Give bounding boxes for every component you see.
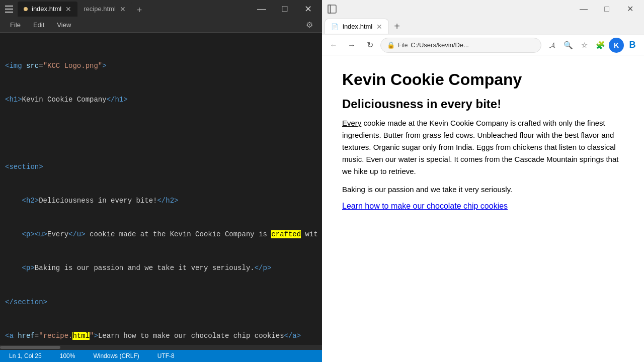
- svg-rect-1: [328, 5, 331, 13]
- browser-nav-bar: ← → ↻ 🔒 File C:/Users/kevin/De... 𝓐 🔍 ☆ …: [322, 35, 644, 55]
- browser-window-controls: — □ ✕: [572, 0, 641, 18]
- address-bar-url: C:/Users/kevin/De...: [411, 41, 535, 49]
- browser-paragraph-1: Every cookie made at the Kevin Cookie Co…: [342, 117, 624, 177]
- code-line-3: [5, 128, 322, 139]
- browser-p1-underline: Every: [342, 119, 361, 127]
- read-aloud-button[interactable]: 𝓐: [544, 38, 559, 53]
- browser-sidebar-icon[interactable]: [325, 2, 340, 17]
- browser-action-buttons: 𝓐 🔍 ☆ 🧩 K B: [544, 38, 640, 53]
- menu-file[interactable]: File: [5, 19, 26, 31]
- status-line-ending: Windows (CRLF): [89, 352, 143, 359]
- scrollbar-thumb[interactable]: [0, 346, 60, 349]
- close-button[interactable]: ✕: [296, 0, 319, 18]
- browser-back-button[interactable]: ←: [326, 38, 341, 53]
- tab-index-html-close[interactable]: ✕: [65, 5, 71, 13]
- code-line-6: <p><u>Every</u> cookie made at the Kevin…: [5, 229, 322, 240]
- favorites-button[interactable]: ☆: [577, 38, 592, 53]
- browser-extensions-button[interactable]: 🧩: [593, 38, 608, 53]
- browser-tabs-bar: 📄 index.html ✕ +: [322, 18, 644, 35]
- tab-dirty-indicator: [24, 7, 28, 11]
- browser-paragraph-2: Baking is our passion and we take it ver…: [342, 184, 624, 196]
- browser-forward-button[interactable]: →: [344, 38, 359, 53]
- tab-index-html-label: index.html: [32, 5, 61, 13]
- browser-tab-index[interactable]: 📄 index.html ✕: [325, 19, 389, 34]
- editor-horizontal-scrollbar[interactable]: [0, 345, 322, 350]
- browser-refresh-button[interactable]: ↻: [362, 38, 377, 53]
- status-encoding: UTF-8: [153, 352, 179, 359]
- browser-p1-rest: cookie made at the Kevin Cookie Company …: [342, 119, 618, 175]
- tab-index-html[interactable]: index.html ✕: [18, 2, 77, 17]
- browser-content-area: Kevin Cookie Company Deliciousness in ev…: [322, 55, 644, 362]
- browser-minimize-button[interactable]: —: [572, 0, 595, 18]
- status-zoom: 100%: [56, 352, 79, 359]
- address-bar-lock-icon: 🔒: [387, 41, 395, 49]
- browser-h1: Kevin Cookie Company: [342, 70, 624, 89]
- editor-tabs: index.html ✕ recipe.html ✕ +: [18, 2, 147, 17]
- code-line-9: <a href="recipe.html">Learn how to make …: [5, 330, 322, 341]
- status-ln-col: Ln 1, Col 25: [5, 352, 46, 359]
- code-line-8: </section>: [5, 297, 322, 308]
- editor-status-bar: Ln 1, Col 25 100% Windows (CRLF) UTF-8: [0, 350, 322, 362]
- settings-icon[interactable]: ⚙: [302, 18, 317, 32]
- code-line-2: <h1>Kevin Cookie Company</h1>: [5, 94, 322, 105]
- browser-profile-icon[interactable]: K: [609, 38, 624, 53]
- code-line-5: <h2>Deliciousness in every bite!</h2>: [5, 195, 322, 206]
- tab-recipe-html[interactable]: recipe.html ✕: [77, 2, 132, 17]
- minimize-button[interactable]: —: [250, 0, 273, 18]
- new-tab-button[interactable]: +: [132, 4, 147, 17]
- code-line-7: <p>Baking is our passion and we take it …: [5, 262, 322, 274]
- browser-new-tab-button[interactable]: +: [389, 19, 405, 34]
- tab-recipe-html-label: recipe.html: [84, 5, 116, 13]
- editor-tabs-area: index.html ✕ recipe.html ✕ +: [0, 0, 250, 18]
- bing-copilot-button[interactable]: B: [625, 38, 640, 53]
- editor-title-bar: index.html ✕ recipe.html ✕ + — □ ✕: [0, 0, 322, 18]
- address-bar-file-label: File: [398, 42, 408, 49]
- zoom-button[interactable]: 🔍: [560, 38, 576, 53]
- editor-code-area[interactable]: <img src="KCC Logo.png"> <h1>Kevin Cooki…: [0, 33, 322, 345]
- hamburger-menu-icon[interactable]: [0, 0, 18, 18]
- code-line-1: <img src="KCC Logo.png">: [5, 60, 322, 71]
- browser-close-button[interactable]: ✕: [618, 0, 641, 18]
- browser-tab-favicon: 📄: [331, 23, 339, 30]
- browser-tab-close[interactable]: ✕: [376, 23, 382, 31]
- editor-window-controls: — □ ✕: [250, 0, 322, 18]
- browser-h2: Deliciousness in every bite!: [342, 97, 624, 111]
- code-line-4: <section>: [5, 161, 322, 172]
- tab-recipe-html-close[interactable]: ✕: [120, 5, 126, 13]
- menu-edit[interactable]: Edit: [28, 19, 49, 31]
- browser-maximize-button[interactable]: □: [595, 0, 618, 18]
- browser-address-bar[interactable]: 🔒 File C:/Users/kevin/De...: [380, 38, 541, 53]
- browser-link[interactable]: Learn how to make our chocolate chip coo…: [342, 202, 508, 210]
- maximize-button[interactable]: □: [273, 0, 296, 18]
- browser-title-bar: — □ ✕: [322, 0, 644, 18]
- menu-view[interactable]: View: [52, 19, 76, 31]
- browser-tab-label: index.html: [343, 23, 372, 30]
- editor-menu-bar: File Edit View ⚙: [0, 18, 322, 33]
